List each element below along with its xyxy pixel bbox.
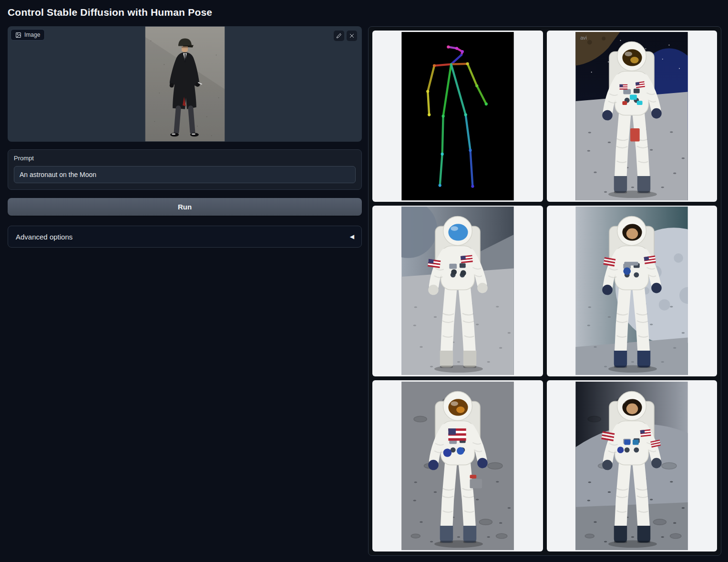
edit-image-button[interactable] — [334, 31, 344, 41]
image-icon — [15, 32, 21, 38]
prompt-label: Prompt — [14, 155, 356, 162]
output-gallery: avi — [368, 26, 721, 556]
result-4-image — [401, 382, 514, 550]
advanced-options-label: Advanced options — [16, 233, 72, 241]
result-2-image — [401, 207, 514, 375]
gallery-item-4[interactable] — [547, 206, 718, 377]
gallery-item-6[interactable] — [547, 380, 718, 552]
image-label: Image — [24, 31, 40, 38]
page-title: Control Stable Diffusion with Human Pose — [8, 7, 721, 18]
clear-image-button[interactable] — [347, 31, 357, 41]
run-button[interactable]: Run — [8, 198, 362, 216]
image-label-chip: Image — [10, 29, 45, 41]
main-layout: Image Prompt Run Adv — [8, 26, 721, 556]
close-icon — [349, 33, 355, 39]
accordion-arrow-icon: ◀ — [350, 233, 354, 240]
input-photo-image — [145, 26, 225, 142]
pencil-icon — [336, 33, 342, 39]
image-actions — [334, 31, 357, 41]
input-image-panel: Image — [8, 26, 362, 142]
left-column: Image Prompt Run Adv — [8, 26, 362, 248]
gallery-item-1[interactable] — [372, 31, 543, 202]
gallery-item-3[interactable] — [372, 206, 543, 377]
advanced-options-accordion[interactable]: Advanced options ◀ — [8, 226, 362, 248]
gallery-item-2[interactable]: avi — [547, 31, 718, 202]
pose-skeleton-image — [401, 32, 514, 200]
result-3-image — [575, 207, 688, 375]
gallery-watermark: avi — [580, 35, 587, 41]
gallery-item-5[interactable] — [372, 380, 543, 552]
input-image-preview — [145, 26, 225, 142]
prompt-input[interactable] — [14, 166, 356, 183]
result-1-image: avi — [575, 32, 688, 200]
prompt-panel: Prompt — [8, 149, 362, 190]
result-5-image — [575, 382, 688, 550]
